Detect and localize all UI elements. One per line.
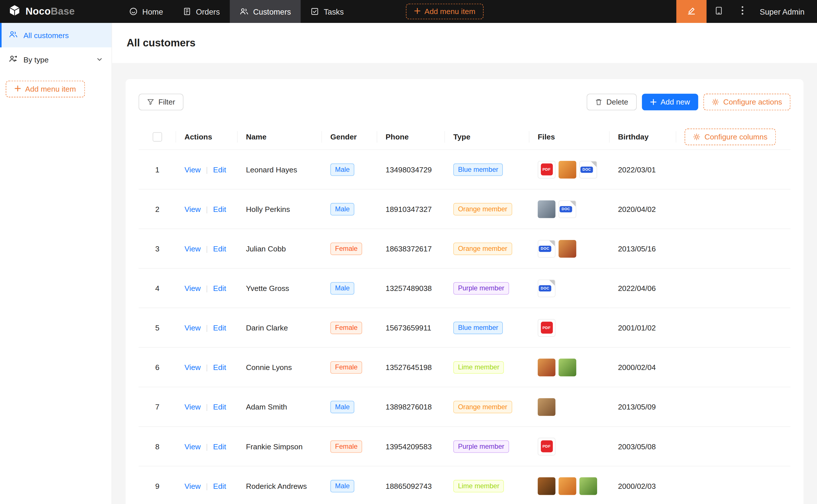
ui-editor-button[interactable] [676, 0, 706, 23]
sidebar-add-menu-item-button[interactable]: Add menu item [6, 81, 85, 97]
image-file-thumbnail[interactable] [538, 358, 555, 376]
image-file-thumbnail[interactable] [558, 240, 576, 257]
edit-link[interactable]: Edit [213, 363, 226, 371]
gender-tag: Female [330, 321, 362, 334]
files-cell [538, 358, 601, 376]
configure-actions-label: Configure actions [723, 98, 782, 106]
image-file-thumbnail[interactable] [579, 477, 597, 495]
member-type-tag: Purple member [453, 282, 509, 294]
phone-value: 13527645198 [386, 363, 432, 371]
navbar-right: Super Admin [676, 0, 817, 23]
image-file-thumbnail[interactable] [538, 398, 555, 416]
edit-link[interactable]: Edit [213, 403, 226, 411]
filter-button-label: Filter [158, 98, 175, 106]
filter-icon [147, 99, 154, 106]
member-type-tag: Orange member [453, 401, 512, 413]
customer-name: Adam Smith [246, 403, 287, 411]
view-link[interactable]: View [184, 205, 201, 213]
view-link[interactable]: View [184, 482, 201, 490]
image-file-thumbnail[interactable] [558, 161, 576, 178]
image-file-thumbnail[interactable] [538, 200, 555, 218]
doc-icon: DOC [539, 285, 551, 291]
filter-button[interactable]: Filter [138, 94, 183, 110]
brand-logo[interactable]: NocoBase [0, 4, 112, 19]
phone-value: 18865092743 [386, 482, 432, 490]
customers-table: Actions Name Gender Phone Type Files Bir… [138, 124, 790, 504]
menu-item-home[interactable]: Home [119, 0, 173, 23]
link-divider: | [206, 324, 208, 332]
edit-link[interactable]: Edit [213, 205, 226, 213]
pdf-file-thumbnail[interactable]: PDF [538, 161, 555, 178]
view-link[interactable]: View [184, 442, 201, 450]
doc-icon: DOC [580, 166, 593, 173]
files-cell [538, 477, 601, 495]
sidebar-item-by-type[interactable]: By type [0, 47, 111, 72]
edit-link[interactable]: Edit [213, 244, 226, 253]
page-header: All customers [112, 23, 817, 63]
customer-name: Connie Lyons [246, 363, 292, 371]
add-new-button[interactable]: Add new [642, 94, 698, 110]
birthday-value: 2013/05/16 [618, 244, 656, 253]
doc-file-thumbnail[interactable]: DOC [558, 200, 576, 218]
highlighter-icon [687, 6, 696, 17]
select-all-checkbox[interactable] [153, 132, 162, 142]
tasks-icon [311, 7, 319, 15]
image-file-thumbnail[interactable] [558, 358, 576, 376]
menu-item-customers[interactable]: Customers [230, 0, 301, 23]
birthday-value: 2022/03/01 [618, 165, 656, 174]
configure-actions-button[interactable]: Configure actions [704, 94, 790, 110]
gender-tag: Male [330, 282, 354, 294]
view-link[interactable]: View [184, 363, 201, 371]
member-type-tag: Orange member [453, 242, 512, 255]
view-link[interactable]: View [184, 284, 201, 292]
files-cell: PDF [538, 438, 601, 455]
delete-button[interactable]: Delete [586, 94, 637, 110]
edit-link[interactable]: Edit [213, 482, 226, 490]
sidebar-item-all-customers[interactable]: All customers [0, 23, 111, 47]
doc-file-thumbnail[interactable]: DOC [579, 161, 597, 178]
sidebar-item-label: All customers [23, 31, 69, 39]
edit-link[interactable]: Edit [213, 165, 226, 174]
pdf-file-thumbnail[interactable]: PDF [538, 438, 555, 455]
more-actions-button[interactable] [730, 0, 755, 23]
edit-link[interactable]: Edit [213, 442, 226, 450]
tablet-icon [714, 6, 723, 17]
customer-name: Frankie Simpson [246, 442, 303, 450]
people-switch-icon [9, 55, 18, 65]
doc-file-thumbnail[interactable]: DOC [538, 279, 555, 297]
table-row: 2 View|Edit Holly Perkins Male 189103473… [138, 189, 790, 229]
phone-value: 13257489038 [386, 284, 432, 292]
navbar-add-menu-item-button[interactable]: Add menu item [406, 4, 484, 19]
plus-icon [15, 85, 21, 93]
edit-link[interactable]: Edit [213, 284, 226, 292]
menu-item-orders[interactable]: Orders [173, 0, 230, 23]
pdf-file-thumbnail[interactable]: PDF [538, 319, 555, 336]
view-link[interactable]: View [184, 165, 201, 174]
edit-link[interactable]: Edit [213, 324, 226, 332]
image-file-thumbnail[interactable] [558, 477, 576, 495]
mobile-preview-button[interactable] [707, 0, 731, 23]
image-file-thumbnail[interactable] [538, 477, 555, 495]
phone-value: 13954209583 [386, 442, 432, 450]
table-row: 6 View|Edit Connie Lyons Female 13527645… [138, 347, 790, 387]
doc-file-thumbnail[interactable]: DOC [538, 240, 555, 257]
link-divider: | [206, 205, 208, 213]
customer-name: Holly Perkins [246, 205, 290, 213]
member-type-tag: Lime member [453, 361, 504, 374]
menu-item-tasks[interactable]: Tasks [301, 0, 354, 23]
files-cell: PDFDOC [538, 161, 601, 178]
current-user[interactable]: Super Admin [755, 7, 817, 16]
row-index: 5 [155, 324, 160, 332]
birthday-value: 2013/05/09 [618, 403, 656, 411]
view-link[interactable]: View [184, 324, 201, 332]
chevron-down-icon [96, 56, 103, 64]
row-index: 6 [155, 363, 160, 371]
navbar-add-menu-item-label: Add menu item [425, 7, 475, 15]
link-divider: | [206, 363, 208, 371]
link-divider: | [206, 442, 208, 450]
table-row: 4 View|Edit Yvette Gross Male 1325748903… [138, 268, 790, 308]
birthday-value: 2000/02/04 [618, 363, 656, 371]
configure-columns-button[interactable]: Configure columns [685, 129, 776, 145]
view-link[interactable]: View [184, 403, 201, 411]
view-link[interactable]: View [184, 244, 201, 253]
